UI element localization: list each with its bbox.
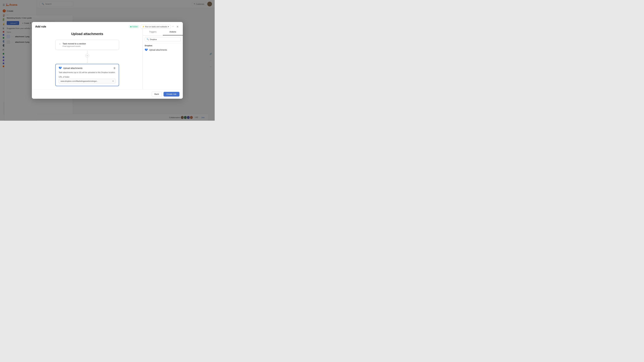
triggers-tab-label: Triggers [149,31,156,33]
trigger-content: Task moved to a section Final approved a… [62,42,86,47]
panel-search: 🔍 [143,35,183,43]
search-input-wrapper[interactable]: 🔍 [145,37,181,41]
actions-tab-label: Actions [170,31,176,33]
action-card-title-text: Upload attachments [63,67,82,69]
trigger-title: Task moved to a section [62,42,86,45]
modal-header: Add rule Active ⚡ Run on tasks and subta… [32,22,183,29]
delete-action-button[interactable]: 🗑 [113,67,116,69]
trigger-arrow-icon: → [58,42,61,45]
active-dot [130,26,132,27]
url-label: URL of folder [59,76,116,78]
panel-search-input[interactable] [150,38,179,40]
url-clear-button[interactable]: ✕ [112,80,114,82]
active-label: Active [132,25,138,28]
actions-panel: Triggers Actions 🔍 Dropbox [142,29,183,89]
search-icon-panel: 🔍 [146,38,149,40]
modal-body: Upload attachments → Task moved to a sec… [32,29,183,89]
dropbox-panel-icon [145,48,148,51]
connector-arrow-icon: ↓ [87,61,88,63]
create-rule-button[interactable]: Create rule [164,92,180,96]
rule-title: Upload attachments [71,32,103,36]
tab-actions[interactable]: Actions [163,29,183,35]
active-badge: Active [129,25,139,28]
connector-line-bottom [87,57,88,61]
action-description: Task attachments (up to 10) will be uplo… [59,71,116,74]
connector-line-top [87,50,88,54]
connector-plus-button[interactable]: + [85,54,89,57]
run-on-chevron-icon: ▾ [168,26,169,28]
action-desc-prefix: Task attachments (up to 10) [59,71,82,73]
trigger-subtitle: Final approved assets [62,45,86,47]
url-input-row[interactable]: www.dropbox.com/Marketingassets/colorgui… [59,79,116,83]
panel-action-item-upload[interactable]: Upload attachments [143,47,183,53]
dropbox-action-icon [59,66,62,69]
action-card: Upload attachments 🗑 Task attachments (u… [55,64,119,86]
url-value: www.dropbox.com/Marketingassets/colorgui… [60,80,111,82]
add-rule-modal: Add rule Active ⚡ Run on tasks and subta… [32,22,183,98]
trigger-card[interactable]: → Task moved to a section Final approved… [55,40,119,50]
modal-overlay: Add rule Active ⚡ Run on tasks and subta… [0,0,215,121]
action-desc-suffix: will be uploaded to this Dropbox locatio… [82,71,116,73]
back-button[interactable]: Back [152,92,162,97]
modal-close-button[interactable]: ✕ [176,25,180,29]
action-card-title-row: Upload attachments [59,66,82,69]
tab-triggers[interactable]: Triggers [143,29,163,35]
lightning-icon: ⚡ [142,26,144,28]
panel-action-label-0: Upload attachments [149,49,167,51]
run-on-button[interactable]: ⚡ Run on tasks and subtasks ▾ [141,25,170,29]
rule-builder: Upload attachments → Task moved to a sec… [32,29,142,89]
modal-header-right: Active ⚡ Run on tasks and subtasks ▾ ···… [129,25,180,29]
action-card-header: Upload attachments 🗑 [59,66,116,69]
run-on-label: Run on tasks and subtasks [145,26,167,28]
modal-footer: Back Create rule [32,89,183,99]
modal-title: Add rule [35,25,46,28]
panel-section-label: Dropbox [143,43,183,47]
connector: + ↓ [85,50,89,63]
panel-tabs: Triggers Actions [143,29,183,35]
modal-more-button[interactable]: ··· [172,25,174,28]
